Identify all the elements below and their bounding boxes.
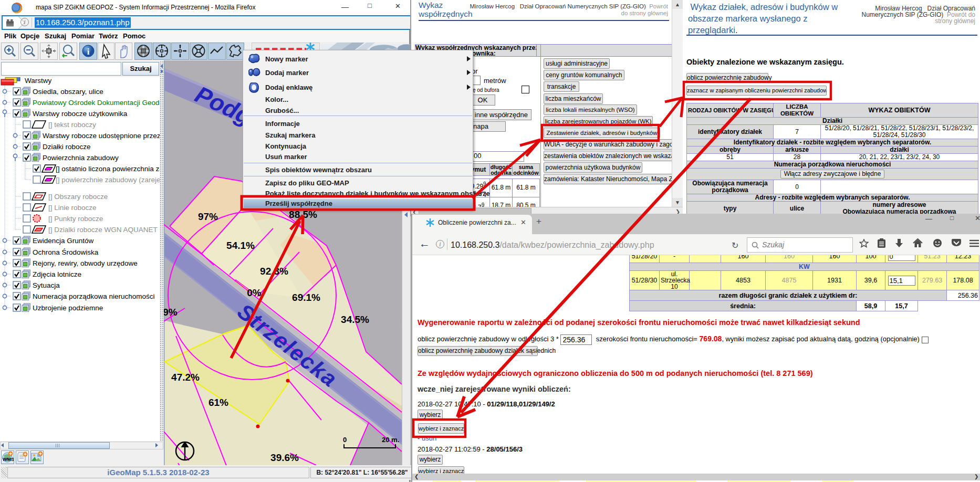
svg-text:Powierzchnia zabudowy: Powierzchnia zabudowy <box>43 154 119 162</box>
svg-text:0: 0 <box>343 436 347 444</box>
svg-text:54.1%: 54.1% <box>226 240 255 251</box>
svg-text:9%: 9% <box>164 307 178 318</box>
svg-text:[] tekst roboczy: [] tekst roboczy <box>48 121 96 129</box>
svg-text:39.6%: 39.6% <box>270 452 299 463</box>
svg-text:WMS: WMS <box>3 457 14 462</box>
svg-text:97%: 97% <box>198 211 218 222</box>
svg-text:61%: 61% <box>208 397 228 408</box>
svg-text:Numeracja porządkowa nieruchom: Numeracja porządkowa nieruchomości <box>33 292 155 300</box>
svg-text:92.3%: 92.3% <box>260 266 288 277</box>
svg-text:Ewidencja Gruntów: Ewidencja Gruntów <box>33 237 94 245</box>
svg-text:i: i <box>87 47 90 57</box>
svg-text:20 m.: 20 m. <box>382 436 399 444</box>
svg-text:0%: 0% <box>247 287 262 298</box>
svg-text:Warstwy: Warstwy <box>25 77 51 85</box>
svg-text:[] Punkty robocze: [] Punkty robocze <box>48 215 103 223</box>
svg-text:69.1%: 69.1% <box>292 292 320 303</box>
svg-text:Osiedla, obszary, ulice: Osiedla, obszary, ulice <box>33 88 103 96</box>
svg-text:88.5%: 88.5% <box>289 209 317 220</box>
svg-text:Uzbrojenie podziemne: Uzbrojenie podziemne <box>33 304 103 312</box>
svg-text:34.5%: 34.5% <box>341 314 369 325</box>
svg-text:[] Dzialki robocze WGN AQUANET: [] Dzialki robocze WGN AQUANET <box>48 226 158 234</box>
svg-text:Powiatowy Ośrodek Dokumentacji: Powiatowy Ośrodek Dokumentacji Geodezyj <box>33 99 160 107</box>
svg-text:[] ostatnio liczona powierzchn: [] ostatnio liczona powierzchnia za <box>56 165 160 173</box>
svg-text:[] powierzchnie zabudowy (zare: [] powierzchnie zabudowy (zarejes <box>56 176 160 184</box>
svg-text:[] Obszary robocze: [] Obszary robocze <box>48 193 108 201</box>
svg-text:Warstwy robocze użytkownika: Warstwy robocze użytkownika <box>33 110 128 118</box>
svg-text:Ochrona Środowiska: Ochrona Środowiska <box>33 248 99 256</box>
svg-text:Sytuacja: Sytuacja <box>33 281 60 289</box>
svg-text:Działki robocze: Działki robocze <box>43 143 91 151</box>
svg-text:Rejony, rewiry, obwody urzędow: Rejony, rewiry, obwody urzędowe <box>33 259 138 267</box>
svg-text:Warstwy robocze udostępnione p: Warstwy robocze udostępnione przez inn <box>43 132 160 140</box>
svg-text:Zdjęcia lotnicze: Zdjęcia lotnicze <box>33 270 81 278</box>
svg-text:[] Linie robocze: [] Linie robocze <box>48 204 97 212</box>
svg-text:47.2%: 47.2% <box>171 372 200 383</box>
